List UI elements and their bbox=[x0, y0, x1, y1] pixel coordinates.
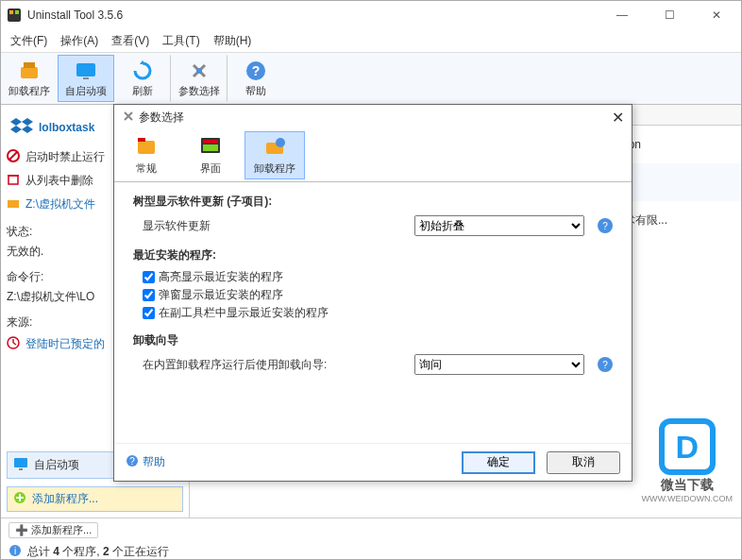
help-icon: ? bbox=[245, 59, 267, 82]
ok-button[interactable]: 确定 bbox=[462, 451, 535, 474]
svg-text:i: i bbox=[14, 546, 16, 556]
menu-view[interactable]: 查看(V) bbox=[111, 33, 149, 49]
source-value: 登陆时已预定的 bbox=[25, 336, 105, 352]
toolbar-help[interactable]: ? 帮助 bbox=[228, 55, 284, 102]
dialog-tabs: 常规 界面 卸载程序 bbox=[114, 129, 632, 182]
dialog-titlebar: 参数选择 ✕ bbox=[114, 105, 632, 129]
dialog-footer: ? 帮助 确定 取消 bbox=[114, 443, 632, 481]
add-icon bbox=[13, 491, 26, 507]
remove-icon bbox=[7, 173, 20, 189]
chk-toolbar-label: 在副工具栏中显示最近安装的程序 bbox=[159, 305, 329, 321]
svg-line-17 bbox=[13, 343, 16, 345]
svg-text:?: ? bbox=[129, 456, 135, 467]
help-link-label: 帮助 bbox=[143, 454, 165, 470]
watermark-text2: WWW.WEIDOWN.COM bbox=[642, 494, 733, 503]
svg-rect-25 bbox=[138, 141, 155, 154]
chk-highlight-recent[interactable]: 高亮显示最近安装的程序 bbox=[133, 269, 613, 285]
svg-rect-18 bbox=[14, 458, 27, 467]
maximize-button[interactable]: ☐ bbox=[650, 2, 688, 28]
uninstall-icon bbox=[18, 59, 41, 82]
monitor-icon bbox=[13, 456, 28, 474]
tab-general[interactable]: 常规 bbox=[116, 131, 177, 179]
menu-action[interactable]: 操作(A) bbox=[60, 33, 98, 49]
dialog-close-button[interactable]: ✕ bbox=[612, 109, 624, 127]
prefs-icon bbox=[122, 110, 135, 126]
folder-icon bbox=[7, 196, 20, 212]
uninstall-tab-icon bbox=[263, 135, 286, 160]
section-tree-updates: 树型显示软件更新 (子项目): 显示软件更新 初始折叠 ? bbox=[133, 194, 613, 236]
svg-rect-28 bbox=[203, 140, 218, 144]
dropbox-icon bbox=[10, 114, 33, 140]
statusbar-add-new[interactable]: ➕ 添加新程序... bbox=[8, 522, 98, 538]
toolbar-prefs-label: 参数选择 bbox=[178, 84, 220, 98]
close-button[interactable]: ✕ bbox=[698, 2, 735, 28]
section-tree-title: 树型显示软件更新 (子项目): bbox=[133, 194, 613, 210]
svg-rect-1 bbox=[9, 10, 13, 14]
ctx-disable-label: 启动时禁止运行 bbox=[25, 149, 105, 165]
chk-highlight-label: 高亮显示最近安装的程序 bbox=[159, 269, 283, 285]
svg-rect-29 bbox=[203, 144, 218, 151]
tab-uninstall[interactable]: 卸载程序 bbox=[245, 131, 305, 179]
svg-rect-6 bbox=[83, 77, 89, 79]
toolbar-prefs[interactable]: 参数选择 bbox=[171, 55, 228, 102]
chk-toolbar-recent-input[interactable] bbox=[143, 307, 155, 319]
svg-rect-5 bbox=[76, 63, 95, 76]
svg-rect-4 bbox=[24, 62, 35, 68]
titlebar: Uninstall Tool 3.5.6 — ☐ ✕ bbox=[1, 1, 741, 29]
selected-app-name: lolboxtask bbox=[39, 121, 94, 134]
add-new-label: 添加新程序... bbox=[32, 491, 98, 507]
tab-ui-label: 界面 bbox=[200, 161, 221, 176]
tab-general-label: 常规 bbox=[136, 161, 157, 176]
cancel-button[interactable]: 取消 bbox=[547, 451, 620, 474]
show-updates-select[interactable]: 初始折叠 bbox=[414, 215, 584, 236]
add-new-program-link[interactable]: 添加新程序... bbox=[7, 486, 183, 512]
toolbar-startup[interactable]: 自启动项 bbox=[58, 55, 114, 102]
svg-rect-14 bbox=[8, 200, 19, 208]
dialog-help-link[interactable]: ? 帮助 bbox=[126, 454, 165, 470]
tab-ui[interactable]: 界面 bbox=[180, 131, 241, 179]
statusbar: ➕ 添加新程序... i 总计 4 个程序, 2 个正在运行 bbox=[1, 518, 741, 559]
chk-popup-recent[interactable]: 弹窗显示最近安装的程序 bbox=[133, 287, 613, 303]
svg-rect-12 bbox=[8, 176, 18, 184]
svg-point-7 bbox=[196, 68, 202, 74]
app-icon bbox=[7, 8, 22, 23]
svg-point-31 bbox=[276, 138, 285, 147]
window-title: Uninstall Tool 3.5.6 bbox=[27, 8, 603, 22]
chk-popup-recent-input[interactable] bbox=[143, 289, 155, 301]
wizard-label: 在内置卸载程序运行后使用卸载向导: bbox=[133, 357, 327, 373]
menubar: 文件(F) 操作(A) 查看(V) 工具(T) 帮助(H) bbox=[1, 29, 741, 52]
section-wizard-title: 卸载向导 bbox=[133, 332, 613, 348]
show-updates-label: 显示软件更新 bbox=[133, 218, 211, 234]
svg-rect-2 bbox=[15, 10, 19, 14]
dialog-body: 树型显示软件更新 (子项目): 显示软件更新 初始折叠 ? 最近安装的程序: 高… bbox=[114, 182, 632, 443]
chk-toolbar-recent[interactable]: 在副工具栏中显示最近安装的程序 bbox=[133, 305, 613, 321]
general-icon bbox=[135, 135, 158, 160]
toolbar-refresh[interactable]: 刷新 bbox=[114, 55, 171, 102]
section-recent-title: 最近安装的程序: bbox=[133, 247, 613, 263]
svg-rect-19 bbox=[19, 468, 23, 470]
wizard-select[interactable]: 询问 bbox=[414, 354, 584, 375]
watermark-text1: 微当下载 bbox=[642, 477, 733, 494]
preferences-dialog: 参数选择 ✕ 常规 界面 卸载程序 树型显示软件更新 (子项目): 显示软件更新… bbox=[113, 104, 632, 482]
toolbar-help-label: 帮助 bbox=[245, 84, 266, 98]
toolbar-uninstall[interactable]: 卸载程序 bbox=[1, 55, 58, 102]
menu-help[interactable]: 帮助(H) bbox=[213, 33, 252, 49]
menu-file[interactable]: 文件(F) bbox=[10, 33, 47, 49]
section-recent: 最近安装的程序: 高亮显示最近安装的程序 弹窗显示最近安装的程序 在副工具栏中显… bbox=[133, 247, 613, 321]
ctx-path-label: Z:\虚拟机文件 bbox=[25, 196, 95, 212]
help-icon[interactable]: ? bbox=[598, 357, 613, 372]
main-toolbar: 卸载程序 自启动项 刷新 参数选择 ? 帮助 bbox=[1, 52, 741, 105]
toolbar-uninstall-label: 卸载程序 bbox=[8, 84, 50, 98]
minimize-button[interactable]: — bbox=[603, 2, 641, 28]
startup-section-label: 自启动项 bbox=[34, 457, 79, 473]
toolbar-refresh-label: 刷新 bbox=[132, 84, 153, 98]
svg-text:?: ? bbox=[252, 63, 261, 78]
info-icon: i bbox=[8, 544, 22, 560]
watermark: D 微当下载 WWW.WEIDOWN.COM bbox=[642, 418, 733, 503]
chk-popup-label: 弹窗显示最近安装的程序 bbox=[159, 287, 283, 303]
help-icon[interactable]: ? bbox=[598, 218, 613, 233]
prefs-icon bbox=[188, 59, 211, 82]
menu-tools[interactable]: 工具(T) bbox=[162, 33, 199, 49]
chk-highlight-recent-input[interactable] bbox=[143, 271, 155, 283]
ui-icon bbox=[199, 135, 222, 160]
